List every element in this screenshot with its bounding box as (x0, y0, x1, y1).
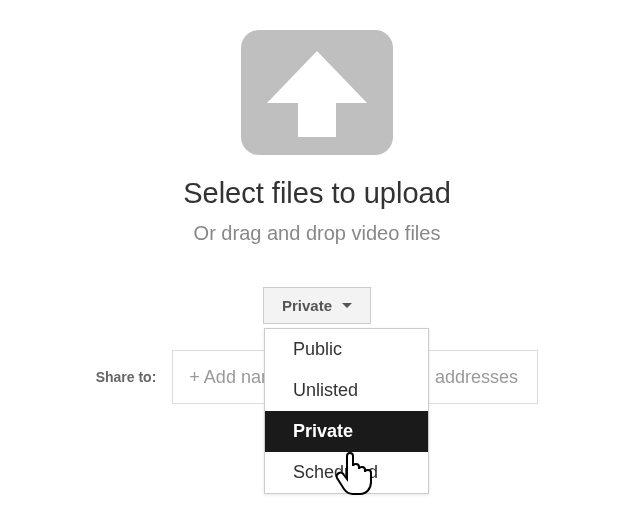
upload-icon[interactable] (241, 30, 393, 155)
upload-title: Select files to upload (183, 177, 451, 210)
privacy-option-unlisted[interactable]: Unlisted (265, 370, 428, 411)
caret-down-icon (342, 303, 352, 308)
share-label: Share to: (96, 369, 157, 385)
privacy-menu: Public Unlisted Private Scheduled (264, 328, 429, 494)
privacy-button[interactable]: Private (263, 287, 371, 324)
privacy-selected-label: Private (282, 297, 332, 314)
privacy-dropdown[interactable]: Private Public Unlisted Private Schedule… (263, 287, 371, 324)
privacy-option-scheduled[interactable]: Scheduled (265, 452, 428, 493)
upload-subtitle: Or drag and drop video files (194, 222, 441, 245)
privacy-option-public[interactable]: Public (265, 329, 428, 370)
privacy-option-private[interactable]: Private (265, 411, 428, 452)
